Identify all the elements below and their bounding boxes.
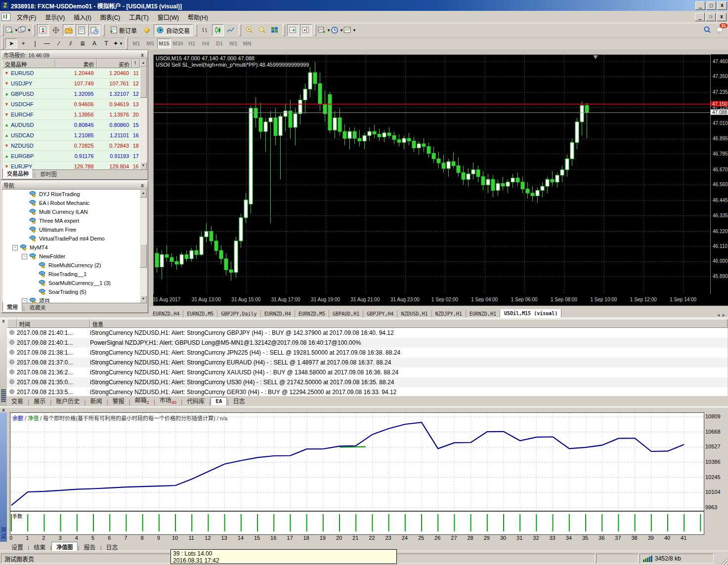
navigator-close-icon[interactable]: x [139,183,146,188]
timeframe-m1-button[interactable]: M1 [129,39,143,48]
strategy-tester-toggle-button[interactable] [88,24,100,36]
navigator-item-4[interactable]: Ultimatum Free [2,225,140,234]
navigator-item-3[interactable]: Three MA expert [2,216,140,225]
market-watch-scrollbar[interactable]: ▲ ▼ [140,59,147,170]
navigator-item-7[interactable]: −NewFolder [2,252,140,261]
scrollbar-thumb[interactable] [140,244,147,268]
menu-item-v[interactable]: 显示(V) [41,11,69,23]
market-watch-tab-0[interactable]: 交易品种 [2,168,33,178]
market-watch-column-2[interactable]: 买价 [97,59,132,68]
chart-tab-3[interactable]: EURNZD,H4 [261,310,295,318]
timeframe-m15-button[interactable]: M15 [157,39,171,48]
chart-tab-6[interactable]: GBPJPY,H4 [363,310,397,318]
market-watch-column-1[interactable]: 卖价 [55,59,96,68]
menu-item-i[interactable]: 插入(I) [69,11,95,23]
chart-tab-2[interactable]: GBPJPY,Daily [217,310,260,318]
market-watch-row-audusd[interactable]: ▲AUDUSD0.808450.8086015 [2,120,140,130]
tester-tab-2[interactable]: 净值图 [51,542,78,552]
search-icon[interactable] [703,26,711,34]
templates-button[interactable]: ▼ [344,24,356,36]
trendline-tool-button[interactable]: ∕ [53,39,65,48]
market-watch-close-icon[interactable]: x [139,52,146,58]
terminal-header-message[interactable]: 信息 [90,319,728,328]
market-watch-column-3[interactable]: ! [132,59,140,68]
mdi-restore-button[interactable]: ❐ [706,13,716,21]
candle-chart-mode-button[interactable] [212,24,224,36]
terminal-header-time[interactable]: 时间 [17,319,90,328]
time-axis[interactable]: 31 Aug 201731 Aug 13:0031 Aug 15:0031 Au… [153,294,728,306]
market-watch-row-nzdusd[interactable]: ▼NZDUSD0.728250.7284318 [2,141,140,151]
tile-windows-button[interactable] [269,24,281,36]
terminal-header-icon-col[interactable] [7,319,17,328]
chart-tab-9[interactable]: EURNZD,H1 [466,310,500,318]
chart-tab-10[interactable]: USOil,M15 (visual) [500,309,561,318]
navigator-item-10[interactable]: SoarMultiCurrency__1 (3) [2,279,140,287]
mdi-minimize-button[interactable]: _ [695,13,705,21]
navigator-toggle-button[interactable] [63,24,75,36]
text-label-tool-button[interactable]: T [100,39,112,48]
navigator-item-12[interactable]: −项目 [2,296,140,303]
chart-tab-1[interactable]: EURNZD,M5 [183,310,217,318]
timeframe-d1-button[interactable]: D1 [213,39,226,48]
market-watch-column-0[interactable]: 交易品种 [2,59,55,68]
scroll-up-icon[interactable]: ▲ [140,190,147,198]
vertical-line-tool-button[interactable]: | [29,39,41,48]
maximize-button[interactable]: □ [706,1,716,10]
market-watch-row-gbpusd[interactable]: ▲GBPUSD1.320951.3210712 [2,89,140,99]
navigator-tab-0[interactable]: 常用 [2,302,22,312]
terminal-toggle-button[interactable] [76,24,87,36]
zoom-out-button[interactable] [256,24,268,36]
market-watch-row-usdcad[interactable]: ▲USDCAD1.210851.2110116 [2,130,140,141]
indicators-button[interactable]: +▼ [318,24,330,36]
minimize-button[interactable]: _ [695,1,705,10]
navigator-item-2[interactable]: Multi Currency ILAN [2,207,140,216]
terminal-tab-0[interactable]: 交易 [7,396,28,405]
autotrading-button[interactable]: 自动交易 [154,24,193,36]
chart-tab-8[interactable]: NZDJPY,H1 [432,310,466,318]
terminal-tab-4[interactable]: 警报 [108,396,129,405]
periods-button[interactable]: ▼ [331,24,343,36]
timeframe-mn-button[interactable]: MN [240,39,254,48]
timeframe-m30-button[interactable]: M30 [171,39,185,48]
mdi-close-button[interactable]: x [717,13,727,21]
close-button[interactable]: x [717,1,727,10]
equidistant-channel-tool-button[interactable]: ⫽ [65,39,77,48]
terminal-tab-1[interactable]: 展示 [29,396,50,405]
chart-tab-7[interactable]: NZDUSD,H1 [397,310,431,318]
market-watch-toggle-button[interactable] [37,24,49,36]
timeframe-m5-button[interactable]: M5 [143,39,157,48]
terminal-tab-3[interactable]: 新闻 [86,396,106,405]
terminal-row-6[interactable]: 2017.09.08 21:33:5...iStrongCurrency NZD… [7,387,728,396]
terminal-close-icon[interactable]: x [0,319,7,323]
auto-scroll-button[interactable] [287,24,299,36]
scroll-right-icon[interactable]: ► [722,313,726,318]
tree-expand-icon[interactable]: − [22,254,27,259]
menu-item-f[interactable]: 文件(F) [12,11,41,23]
metaeditor-button[interactable] [141,24,153,36]
terminal-row-3[interactable]: 2017.09.08 21:37:0...iStrongCurrency NZD… [7,358,728,367]
timeframe-h4-button[interactable]: H4 [199,39,213,48]
cursor-tool-button[interactable]: ➤ [5,39,17,48]
price-axis[interactable]: 47.46047.35047.23547.12547.01046.89546.7… [710,54,728,294]
scroll-down-icon[interactable]: ▼ [140,162,147,170]
new-chart-button[interactable]: +▼ [6,24,18,36]
terminal-row-2[interactable]: 2017.09.08 21:38:1...iStrongCurrency NZD… [7,348,728,358]
terminal-tab-2[interactable]: 账户历史 [51,396,84,405]
scroll-down-icon[interactable]: ▼ [140,295,147,303]
menu-item-c[interactable]: 图表(C) [96,11,125,23]
terminal-tab-8[interactable]: EA [211,397,227,405]
menu-item-h[interactable]: 帮助(H) [183,11,213,23]
market-watch-row-eurusd[interactable]: ▼EURUSD1.204491.2046011 [2,68,140,79]
terminal-tab-5[interactable]: 邮箱2 [130,395,154,405]
scroll-up-icon[interactable]: ▲ [140,59,147,67]
market-watch-row-eurgbp[interactable]: ▲EURGBP0.911760.9119317 [2,151,140,161]
scroll-left-icon[interactable]: ◄ [716,313,721,318]
navigator-item-8[interactable]: RiseMultiCurrency (2) [2,261,140,270]
mdi-child-system-icon[interactable] [1,13,10,21]
menu-item-w[interactable]: 窗口(W) [153,11,183,23]
timeframe-w1-button[interactable]: W1 [226,39,240,48]
terminal-tab-6[interactable]: 市场40 [155,395,181,405]
status-connection[interactable]: 3452/8 kb [640,554,714,564]
text-tool-button[interactable]: A [88,39,100,48]
arrows-tool-button[interactable]: ✦▼ [112,39,124,48]
